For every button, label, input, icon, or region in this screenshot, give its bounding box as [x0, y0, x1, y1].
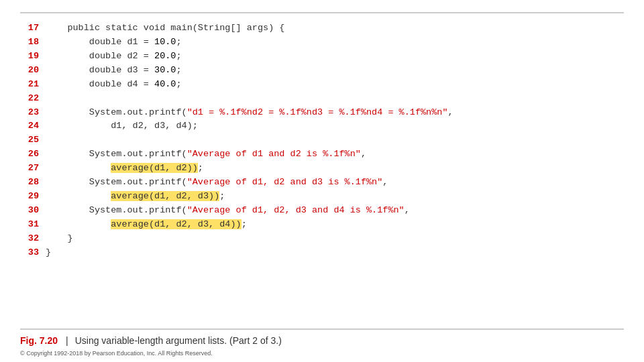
string-literal: "Average of d1, d2 and d3 is %.1f%n" [187, 177, 383, 187]
line-content: double d3 = 30.0; [46, 64, 624, 78]
line-number: 21 [20, 78, 46, 92]
line-content: d1, d2, d3, d4); [46, 119, 624, 133]
code-text [46, 163, 111, 173]
caption-row: Fig. 7.20 | Using variable-length argume… [0, 330, 644, 349]
code-text: double d3 = [46, 65, 154, 75]
caption-fig: Fig. 7.20 [20, 335, 58, 346]
line-number: 26 [20, 147, 46, 162]
code-table: 17 public static void main(String[] args… [20, 21, 624, 260]
code-text: } [46, 233, 73, 243]
line-number: 20 [20, 64, 46, 78]
code-text: ; [176, 37, 181, 47]
line-content: } [46, 246, 624, 260]
line-content: double d2 = 20.0; [46, 50, 624, 64]
code-text: double d2 = [46, 51, 154, 61]
code-text: d1, d2, d3, d4); [46, 121, 198, 131]
code-text: , [361, 149, 366, 159]
table-row: 21 double d4 = 40.0; [20, 78, 624, 92]
code-text: double d4 = [46, 79, 154, 89]
table-row: 22 [20, 92, 624, 106]
line-content [46, 92, 624, 106]
line-content: public static void main(String[] args) { [46, 21, 624, 36]
code-text: ; [219, 191, 225, 201]
line-number: 28 [20, 176, 46, 190]
code-text: System.out.printf( [46, 177, 187, 187]
line-content [46, 133, 624, 147]
line-number: 18 [20, 36, 46, 50]
code-text: ; [176, 79, 181, 89]
table-row: 30 System.out.printf("Average of d1, d2,… [20, 204, 624, 218]
line-content: System.out.printf("Average of d1, d2, d3… [46, 204, 624, 218]
table-row: 17 public static void main(String[] args… [20, 21, 624, 36]
table-row: 20 double d3 = 30.0; [20, 64, 624, 78]
table-row: 28 System.out.printf("Average of d1, d2 … [20, 176, 624, 190]
code-text: System.out.printf( [46, 107, 187, 117]
code-block: 17 public static void main(String[] args… [0, 13, 644, 328]
code-text: ; [176, 65, 181, 75]
table-row: 33} [20, 246, 624, 260]
code-text: ; [241, 219, 247, 229]
line-content: average(d1, d2, d3)); [46, 190, 624, 204]
number-value: 10.0 [154, 37, 176, 47]
code-text [46, 219, 111, 229]
string-literal: "Average of d1 and d2 is %.1f%n" [187, 149, 361, 159]
line-number: 25 [20, 133, 46, 147]
table-row: 27 average(d1, d2)); [20, 162, 624, 176]
line-number: 23 [20, 106, 46, 120]
number-value: 30.0 [154, 65, 176, 75]
number-value: 40.0 [154, 79, 176, 89]
code-text: ; [198, 163, 203, 173]
table-row: 31 average(d1, d2, d3, d4)); [20, 218, 624, 232]
table-row: 18 double d1 = 10.0; [20, 36, 624, 50]
line-number: 24 [20, 119, 46, 133]
code-text: System.out.printf( [46, 149, 187, 159]
line-number: 27 [20, 162, 46, 176]
table-row: 26 System.out.printf("Average of d1 and … [20, 147, 624, 162]
table-row: 29 average(d1, d2, d3)); [20, 190, 624, 204]
line-number: 22 [20, 92, 46, 106]
string-literal: "d1 = %.1f%nd2 = %.1f%nd3 = %.1f%nd4 = %… [187, 107, 448, 117]
code-text [46, 191, 111, 201]
highlighted-code: average(d1, d2, d3)) [111, 191, 219, 201]
line-number: 29 [20, 190, 46, 204]
table-row: 25 [20, 133, 624, 147]
line-content: } [46, 232, 624, 246]
line-number: 31 [20, 218, 46, 232]
caption-pipe: | [66, 335, 68, 346]
line-content: System.out.printf("Average of d1 and d2 … [46, 147, 624, 162]
copyright: © Copyright 1992-2018 by Pearson Educati… [0, 349, 644, 362]
number-value: 20.0 [154, 51, 176, 61]
code-text: public static void main(String[] args) { [46, 23, 284, 33]
line-number: 17 [20, 21, 46, 36]
highlighted-code: average(d1, d2)) [111, 163, 198, 173]
code-text: ; [176, 51, 181, 61]
table-row: 32 } [20, 232, 624, 246]
table-row: 24 d1, d2, d3, d4); [20, 119, 624, 133]
line-content: double d1 = 10.0; [46, 36, 624, 50]
table-row: 19 double d2 = 20.0; [20, 50, 624, 64]
table-row: 23 System.out.printf("d1 = %.1f%nd2 = %.… [20, 106, 624, 120]
line-number: 33 [20, 246, 46, 260]
string-literal: "Average of d1, d2, d3 and d4 is %.1f%n" [187, 205, 405, 215]
code-text: , [448, 107, 453, 117]
line-content: System.out.printf("d1 = %.1f%nd2 = %.1f%… [46, 106, 624, 120]
code-text: double d1 = [46, 37, 154, 47]
line-number: 30 [20, 204, 46, 218]
code-text: , [382, 177, 388, 187]
line-content: average(d1, d2, d3, d4)); [46, 218, 624, 232]
line-content: average(d1, d2)); [46, 162, 624, 176]
line-number: 32 [20, 232, 46, 246]
code-text: , [405, 205, 410, 215]
line-content: double d4 = 40.0; [46, 78, 624, 92]
page: 17 public static void main(String[] args… [0, 0, 644, 362]
line-number: 19 [20, 50, 46, 64]
code-text: } [46, 247, 51, 257]
line-content: System.out.printf("Average of d1, d2 and… [46, 176, 624, 190]
highlighted-code: average(d1, d2, d3, d4)) [111, 219, 241, 229]
caption-text: Using variable-length argument lists. (P… [75, 335, 282, 346]
code-text: System.out.printf( [46, 205, 187, 215]
